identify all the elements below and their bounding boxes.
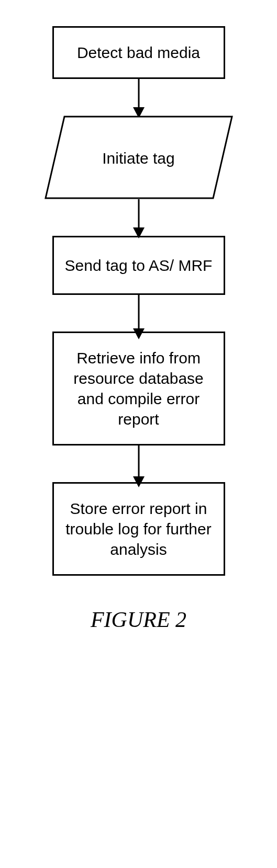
flowchart-step-data: Initiate tag [45,116,233,199]
step-label: Retrieve info from resource database and… [73,349,204,428]
flowchart-step-process: Store error report in trouble log for fu… [52,482,225,576]
svg-marker-6 [133,328,145,339]
arrow-icon [138,295,139,332]
svg-marker-4 [133,227,145,238]
flowchart-step-process: Detect bad media [52,26,225,79]
figure-caption: FIGURE 2 [91,607,186,632]
step-label: Send tag to AS/ MRF [65,257,213,274]
svg-marker-8 [133,476,145,487]
arrow-icon [138,446,139,482]
step-label: Store error report in trouble log for fu… [65,500,211,558]
step-label: Detect bad media [77,44,200,61]
step-label: Initiate tag [102,150,174,167]
flowchart-container: Detect bad media Initiate tag Send tag t… [45,26,233,576]
flowchart-step-process: Send tag to AS/ MRF [52,236,225,295]
arrow-icon [138,79,139,116]
arrow-icon [138,199,139,236]
flowchart-step-process: Retrieve info from resource database and… [52,332,225,446]
caption-text: FIGURE 2 [91,608,186,632]
